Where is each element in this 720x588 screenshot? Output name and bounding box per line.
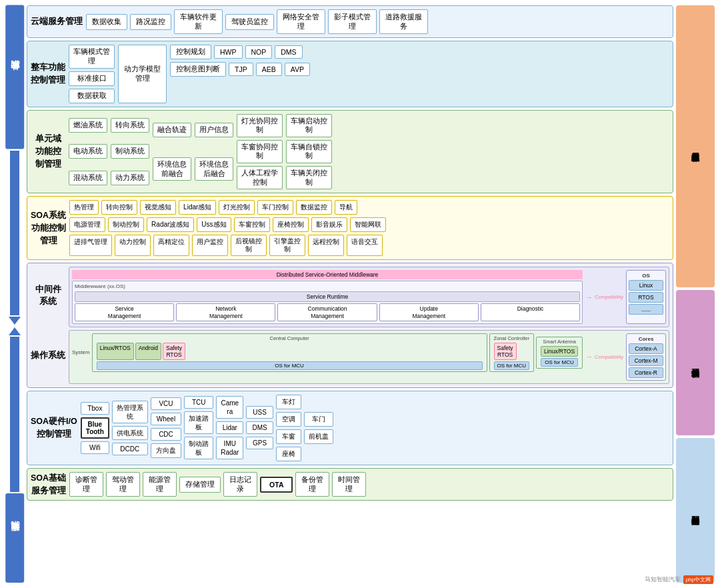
soa-uss: Uss感知: [197, 217, 231, 232]
os-etc: ......: [629, 304, 663, 315]
soa-base-section: SOA基础服务管理 诊断管理 驾动管理 能源管理 存储管理 日志记录 OTA 备…: [27, 468, 673, 501]
os-android: Android: [135, 343, 161, 360]
whole-car-tjp: TJP: [229, 63, 253, 76]
domain-light-ctrl: 灯光协同控制: [237, 114, 283, 137]
compat-arrow-mw: →: [585, 293, 593, 301]
base-diag: 诊断管理: [69, 472, 103, 497]
cores-label: Cores: [629, 336, 663, 342]
cloud-item-7: 道路救援服务: [379, 9, 428, 34]
domain-fuel: 燃油系统: [69, 118, 107, 133]
domain-close-ctrl: 车辆关闭控制: [286, 166, 332, 189]
os-inner: System Central Computer Linux/RTOS Andro…: [69, 330, 669, 384]
whole-car-model-box: 动力学模型管理: [118, 45, 167, 103]
soa-hw-title: SOA硬件I/O控制管理: [31, 395, 77, 461]
domain-ergonomics: 人体工程学控制: [237, 166, 283, 189]
soa-door-ctrl: 车门控制: [257, 200, 293, 215]
middleware-os-section: 中间件系统 操作系统 Distributed Service-Oriented …: [27, 263, 673, 387]
cloud-item-3: 车辆软件更新: [174, 9, 223, 34]
soa-data-mon: 数据监控: [296, 200, 332, 215]
whole-car-box-2: 标准接口: [69, 71, 115, 86]
domain-start-ctrl: 车辆启动控制: [286, 114, 332, 137]
central-label: Central Computer: [97, 335, 483, 341]
os-safety-rtos-2: SafetyRTOS: [494, 343, 517, 360]
soa-hd-map: 高精定位: [153, 235, 189, 256]
cloud-item-2: 路况监控: [130, 14, 171, 30]
base-backup: 备份管理: [295, 472, 329, 497]
soa-window-ctrl: 车窗控制: [234, 217, 270, 232]
os-safety-rtos: SafetyRTOS: [163, 343, 185, 360]
os-linux: Linux: [629, 280, 663, 291]
single-domain-title: 单元域功能控制管理: [31, 114, 65, 190]
hw-dms: DMS: [246, 421, 273, 434]
whole-car-box-3: 数据获取: [69, 89, 115, 103]
base-energy: 能源管理: [143, 472, 177, 497]
soa-lidar: Lidar感知: [179, 200, 216, 215]
core-r: Cortex-R: [629, 367, 663, 378]
cores-section: Cores Cortex-A Cortex-M Cortex-R: [626, 333, 666, 381]
hw-door: 车门: [304, 412, 333, 427]
os-linux-rtos-1: Linux/RTOS: [97, 343, 134, 360]
domain-env-post: 环境信息后融合: [195, 157, 233, 181]
cloud-title: 云端服务管理: [31, 9, 83, 34]
hw-thermal-sys: 热管理系统: [112, 401, 148, 423]
os-boxes-section: OS Linux RTOS ......: [626, 270, 666, 323]
soa-base-title: SOA基础服务管理: [31, 472, 66, 497]
domain-lock-ctrl: 车辆自锁控制: [286, 140, 332, 163]
mw-network-mgmt: NetworkManagement: [176, 303, 275, 321]
base-ota: OTA: [260, 477, 293, 493]
hw-imu-radar: IMURadar: [216, 437, 243, 459]
os-for-mcu-3: OS for MCU: [541, 358, 578, 367]
compat-label-os: Compatibility: [595, 354, 623, 360]
middleware-inner: Distributed Service-Oriented Middleware …: [69, 267, 669, 327]
middleware-title: 中间件系统: [31, 267, 65, 324]
soa-user-mon: 用户监控: [192, 235, 228, 256]
domain-electric: 电动系统: [69, 144, 107, 159]
hw-vcu: VCU: [151, 397, 181, 410]
compat-label-mw: Compatibility: [595, 294, 623, 300]
domain-power: 动力系统: [111, 171, 149, 185]
soa-brake-ctrl: 制动控制: [108, 217, 144, 232]
os-for-mcu-1: OS for MCU: [97, 361, 483, 370]
domain-fuse-track: 融合轨迹: [153, 123, 191, 137]
zonal-label: Zonal Controller: [494, 335, 530, 341]
base-time: 时间管理: [332, 472, 366, 497]
domain-steer: 转向系统: [111, 118, 149, 133]
soa-hw-section: SOA硬件I/O控制管理 Tbox BlueTooth Wifi 热管理系统 供…: [27, 391, 673, 465]
soa-thermal: 热管理: [69, 200, 99, 215]
soa-voice: 语音交互: [347, 235, 383, 256]
whole-car-box-1: 车辆模式管理: [69, 45, 115, 68]
soa-visual: 视觉感知: [140, 200, 176, 215]
dist-mw-label: Distributed Service-Oriented Middleware: [72, 270, 583, 279]
cloud-item-1: 数据收集: [86, 14, 127, 30]
whole-car-control-plan: 控制规划: [170, 45, 211, 59]
domain-window-ctrl: 车窗协同控制: [237, 140, 283, 163]
soa-nav: 导航: [335, 200, 357, 215]
mw-diagnostic: Diagnostic: [481, 303, 580, 321]
app-service-label: 应用服务软件系统: [676, 5, 715, 287]
hw-hood: 前机盖: [304, 429, 333, 444]
watermark: 马知智能汽车 php中文网: [645, 575, 713, 584]
device-abstract-label: 设备抽象与适配层: [676, 438, 715, 583]
whole-car-hwp: HWP: [214, 45, 243, 59]
hw-lidar: Lidar: [216, 421, 243, 434]
hw-gps: GPS: [246, 437, 273, 449]
hw-seat: 座椅: [276, 447, 301, 461]
soa-light-ctrl: 灯光控制: [219, 200, 255, 215]
hw-wheel: Wheel: [151, 413, 181, 425]
domain-env-pre: 环境信息前融合: [153, 157, 191, 181]
os-title: 操作系统: [31, 327, 65, 384]
core-m: Cortex-M: [629, 355, 663, 366]
hw-window: 车窗: [276, 429, 301, 444]
hw-accel-pedal: 加速踏板: [184, 411, 213, 434]
hw-wifi: Wifi: [81, 441, 109, 454]
soa-steer-ctrl: 转向控制: [101, 200, 137, 215]
base-log: 日志记录: [223, 472, 257, 497]
hw-brake-pedal: 制动踏板: [184, 437, 213, 459]
cloud-section: 云端服务管理 数据收集 路况监控 车辆软件更新 驾驶员监控 网络安全管理 影子模…: [27, 5, 673, 38]
mw-comm-mgmt: CommunicationManagement: [277, 303, 377, 321]
hw-bluetooth: BlueTooth: [81, 417, 109, 439]
hw-decouple-label: 软硬件解耦层: [676, 290, 715, 435]
soa-radar: Radar波感知: [147, 217, 194, 232]
hw-tbox: Tbox: [81, 402, 109, 415]
cloud-item-6: 影子模式管理: [328, 9, 377, 34]
